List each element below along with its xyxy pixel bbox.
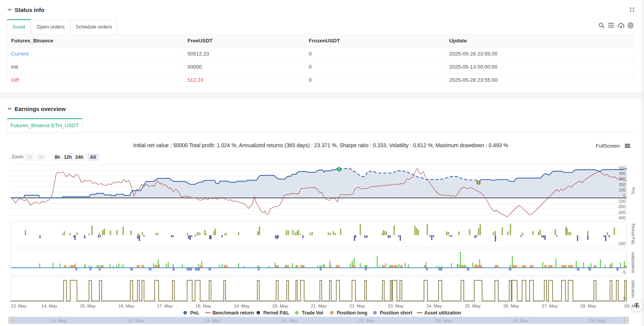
svg-text:FullScreen: FullScreen	[596, 143, 620, 149]
svg-text:28. May: 28. May	[590, 318, 606, 323]
svg-text:Zoom: Zoom	[12, 154, 23, 160]
svg-text:-100: -100	[617, 199, 626, 203]
svg-text:Period P&L: Period P&L	[631, 223, 636, 245]
svg-text:PnL: PnL	[631, 187, 636, 195]
svg-text:100: 100	[619, 188, 626, 192]
svg-text:8h: 8h	[55, 155, 60, 160]
svg-text:400: 400	[619, 171, 626, 176]
svg-text:utilization: utilization	[631, 280, 636, 298]
svg-text:-300: -300	[617, 210, 626, 215]
svg-text:-200: -200	[617, 204, 626, 209]
svg-text:13. May: 13. May	[11, 304, 27, 308]
svg-text:vol/position: vol/position	[631, 252, 636, 273]
svg-text:21. May: 21. May	[311, 304, 327, 308]
svg-text:20. May: 20. May	[282, 318, 298, 323]
svg-text:500: 500	[619, 166, 626, 170]
svg-text:PnL: PnL	[190, 310, 199, 316]
svg-text:All: All	[90, 155, 96, 160]
svg-text:3h: 3h	[38, 155, 43, 160]
svg-text:0: 0	[623, 296, 626, 301]
svg-text:16. May: 16. May	[128, 318, 144, 323]
svg-text:26. May: 26. May	[513, 318, 529, 323]
svg-text:12h: 12h	[64, 155, 72, 160]
svg-text:18. May: 18. May	[196, 304, 211, 308]
svg-text:300: 300	[619, 176, 626, 181]
svg-text:22. May: 22. May	[359, 318, 375, 323]
svg-text:24. May: 24. May	[436, 318, 452, 323]
svg-text:-100: -100	[617, 241, 626, 246]
svg-text:Initial net value : 50000 Tota: Initial net value : 50000 Total profit: …	[133, 143, 508, 148]
svg-text:1h: 1h	[27, 155, 32, 160]
svg-text:14. May: 14. May	[51, 318, 67, 323]
svg-text:14. May: 14. May	[42, 304, 57, 308]
svg-text:20. May: 20. May	[273, 304, 288, 308]
svg-text:25. May: 25. May	[465, 304, 481, 308]
svg-text:Period P&L: Period P&L	[263, 310, 289, 316]
svg-text:Position short: Position short	[380, 310, 413, 316]
svg-text:23. May: 23. May	[388, 304, 404, 308]
svg-text:18. May: 18. May	[205, 318, 221, 323]
svg-text:200: 200	[619, 182, 626, 187]
svg-text:-400: -400	[617, 215, 626, 220]
svg-text:Position long: Position long	[337, 310, 367, 316]
svg-text:16. May: 16. May	[119, 304, 134, 308]
svg-text:24h: 24h	[75, 155, 84, 160]
svg-text:0: 0	[623, 193, 626, 198]
svg-text:-5: -5	[622, 270, 626, 274]
svg-text:28. May: 28. May	[580, 304, 596, 308]
svg-text:Trade Vol: Trade Vol	[302, 310, 323, 316]
svg-text:Asset utilization: Asset utilization	[424, 310, 461, 316]
svg-text:15. May: 15. May	[80, 304, 96, 308]
svg-text:17. May: 17. May	[157, 304, 173, 308]
svg-text:24. May: 24. May	[427, 304, 442, 308]
svg-text:29. May: 29. May	[624, 304, 640, 308]
svg-text:19. May: 19. May	[234, 304, 250, 308]
svg-text:Benchmark return: Benchmark return	[212, 310, 254, 316]
svg-text:26. May: 26. May	[503, 304, 519, 308]
svg-text:22. May: 22. May	[350, 304, 365, 308]
svg-text:27. May: 27. May	[542, 304, 558, 308]
